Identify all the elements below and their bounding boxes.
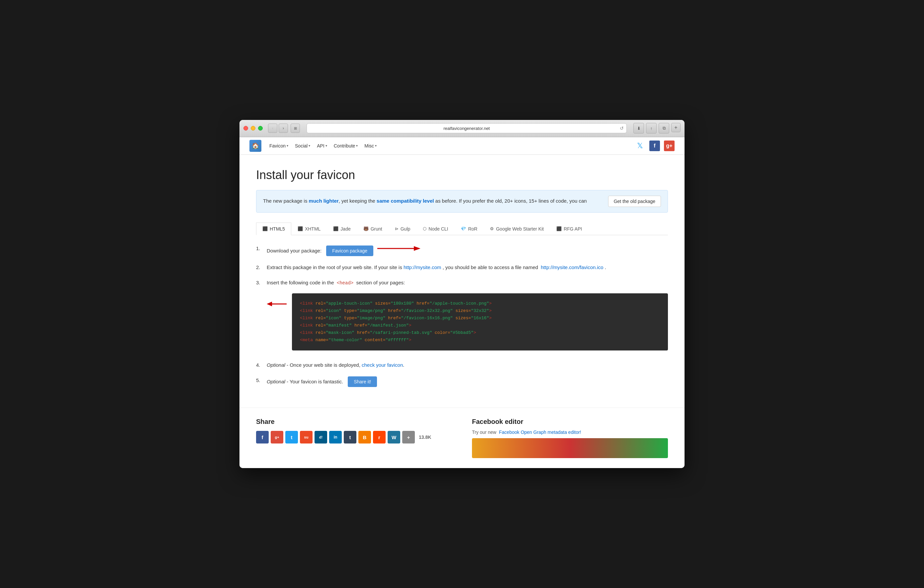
minimize-button[interactable] (251, 126, 256, 130)
nav-item-api[interactable]: API ▾ (317, 143, 327, 149)
code-line-5: <link rel="mask-icon" href="/safari-pinn… (300, 329, 660, 337)
title-bar-right: ⬇ ↑ ⧉ + (634, 123, 681, 134)
step-4-text-after: . (403, 362, 404, 368)
twitter-social-icon[interactable]: 𝕏 (635, 140, 645, 151)
tab-xhtml[interactable]: ⬛ XHTML (291, 223, 327, 235)
share-count: 13.8K (419, 434, 431, 440)
share-button[interactable]: ↑ (646, 123, 657, 134)
nav-item-contribute[interactable]: Contribute ▾ (334, 143, 358, 149)
rfg-tab-icon: ⬛ (556, 226, 562, 231)
step-2-link1[interactable]: http://mysite.com (404, 264, 441, 270)
gplus-social-icon[interactable]: g+ (664, 140, 675, 151)
back-button[interactable]: ‹ (268, 124, 277, 133)
step-1-text: Download your package: (267, 248, 322, 253)
forward-button[interactable]: › (279, 124, 288, 133)
main-content: Install your favicon The new package is … (239, 155, 685, 408)
fullscreen-button[interactable] (258, 126, 263, 130)
nav-item-favicon[interactable]: Favicon ▾ (269, 143, 288, 149)
step-4-num: 4. (256, 361, 263, 369)
reader-button[interactable]: ⊞ (290, 124, 300, 133)
new-tab-button[interactable]: ⧉ (658, 123, 669, 134)
grunt-tab-icon: 🐻 (363, 226, 369, 231)
url-text: realfavicongenerator.net (444, 126, 490, 131)
share-it-button[interactable]: Share it! (348, 377, 377, 387)
step-5-text: - Your favicon is fantastic. (285, 379, 343, 384)
step-1-num: 1. (256, 244, 263, 253)
nav-item-social[interactable]: Social ▾ (295, 143, 310, 149)
tab-gwsk[interactable]: ⚙ Google Web Starter Kit (483, 223, 550, 235)
step-3-code-block-container: <link rel="apple-touch-icon" sizes="180x… (267, 290, 668, 354)
navbar-right: 𝕏 f g+ (635, 140, 675, 151)
tab-rfg-api[interactable]: ⬛ RFG API (550, 223, 588, 235)
add-tab-button[interactable]: + (671, 123, 681, 132)
favicon-dropdown-arrow: ▾ (287, 144, 288, 147)
share-tumblr-icon[interactable]: t (344, 431, 356, 443)
code-line-2: <link rel="icon" type="image/png" href="… (300, 307, 660, 315)
svg-marker-1 (414, 246, 421, 251)
step-3-arrow-container (267, 300, 287, 308)
title-bar: ‹ › ⊞ realfavicongenerator.net ↺ ⬇ ↑ ⧉ + (239, 120, 685, 137)
step-4-link[interactable]: check your favicon (362, 362, 403, 368)
share-stumbleupon-icon[interactable]: su (300, 431, 312, 443)
step-5: 5. Optional - Your favicon is fantastic.… (256, 377, 668, 387)
share-blogger-icon[interactable]: B (358, 431, 371, 443)
step-3-code-inline: <head> (337, 281, 353, 286)
close-button[interactable] (243, 126, 248, 130)
arrow-right-svg (377, 244, 421, 253)
code-line-4: <link rel="manifest" href="/manifest.jso… (300, 322, 660, 329)
step-4-italic: Optional (267, 362, 285, 368)
share-reddit-icon[interactable]: r (373, 431, 386, 443)
share-digg-icon[interactable]: d! (315, 431, 327, 443)
banner-bold1: much lighter (309, 198, 339, 204)
reload-button[interactable]: ↺ (620, 126, 624, 131)
share-twitter-icon[interactable]: t (285, 431, 298, 443)
code-line-1: <link rel="apple-touch-icon" sizes="180x… (300, 300, 660, 307)
tab-ror[interactable]: 💎 RoR (454, 223, 483, 235)
share-linkedin-icon[interactable]: in (329, 431, 342, 443)
nav-item-misc[interactable]: Misc ▾ (365, 143, 377, 149)
step-2-text2: , you should be able to access a file na… (442, 264, 538, 270)
facebook-social-icon[interactable]: f (649, 140, 660, 151)
step-1-content: Download your package: Favicon package (267, 244, 668, 256)
step-1-arrow (377, 244, 421, 253)
share-left: Share f g+ t su d! in t B r W + 13.8K (256, 418, 452, 458)
tab-jade[interactable]: ⬛ Jade (327, 223, 357, 235)
tab-gulp[interactable]: ⊳ Gulp (389, 223, 417, 235)
step-2-link2[interactable]: http://mysite.com/favicon.ico (541, 264, 603, 270)
nav-buttons: ‹ › ⊞ (268, 124, 300, 133)
share-plus-icon[interactable]: + (402, 431, 415, 443)
fb-editor-text-content: Try our new (472, 429, 496, 435)
steps-list: 1. Download your package: Favicon packag… (256, 244, 668, 387)
banner-bold2: same compatibility level (377, 198, 434, 204)
banner-text-after-bold2: as before. If you prefer the old, 20+ ic… (434, 198, 587, 204)
logo-icon[interactable]: 🏠 (249, 140, 261, 152)
tab-node-cli[interactable]: ⬡ Node CLI (416, 223, 454, 235)
share-gplus-icon[interactable]: g+ (271, 431, 283, 443)
share-section: Share f g+ t su d! in t B r W + 13.8K Fa… (239, 408, 685, 468)
address-bar[interactable]: realfavicongenerator.net ↺ (307, 123, 627, 133)
step-4-content: Optional - Once your web site is deploye… (267, 361, 668, 369)
old-package-button[interactable]: Get the old package (608, 196, 661, 207)
node-tab-icon: ⬡ (423, 226, 426, 231)
gulp-tab-icon: ⊳ (395, 226, 399, 231)
share-wordpress-icon[interactable]: W (388, 431, 400, 443)
share-icons: f g+ t su d! in t B r W + 13.8K (256, 431, 452, 443)
svg-marker-3 (267, 302, 272, 306)
tab-html5[interactable]: ⬛ HTML5 (256, 223, 291, 235)
banner-text: The new package is much lighter, yet kee… (263, 197, 604, 205)
step-2: 2. Extract this package in the root of y… (256, 263, 668, 271)
step-3-content: Insert the following code in the <head> … (267, 279, 668, 354)
favicon-package-button[interactable]: Favicon package (326, 246, 373, 256)
traffic-lights (243, 126, 263, 130)
step-3: 3. Insert the following code in the <hea… (256, 279, 668, 354)
share-facebook-icon[interactable]: f (256, 431, 269, 443)
step-1: 1. Download your package: Favicon packag… (256, 244, 668, 256)
gwsk-tab-icon: ⚙ (490, 226, 494, 231)
fb-editor-link[interactable]: Facebook Open Graph metadata editor! (499, 429, 581, 435)
tab-grunt[interactable]: 🐻 Grunt (357, 223, 389, 235)
arrow-left-svg (267, 300, 287, 308)
step-4-text: - Once your web site is deployed, (285, 362, 360, 368)
tabs: ⬛ HTML5 ⬛ XHTML ⬛ Jade 🐻 Grunt ⊳ Gulp ⬡ … (256, 223, 668, 235)
download-button[interactable]: ⬇ (634, 123, 644, 134)
api-dropdown-arrow: ▾ (325, 144, 327, 147)
